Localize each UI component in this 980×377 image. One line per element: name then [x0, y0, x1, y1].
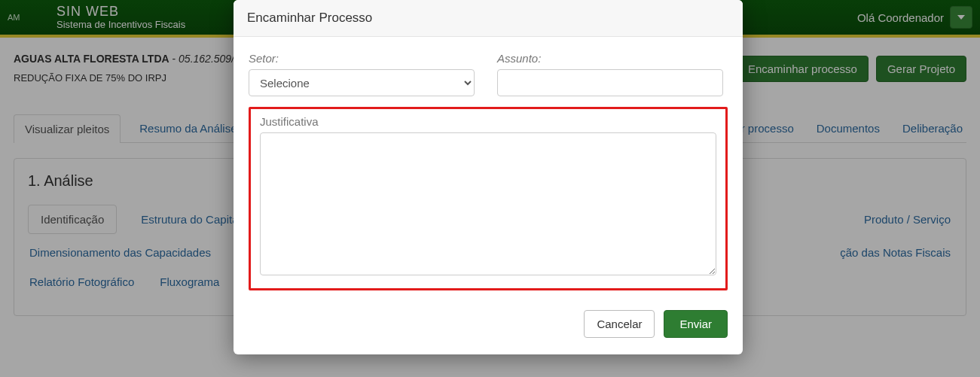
- assunto-label: Assunto:: [497, 52, 723, 65]
- justificativa-highlight: Justificativa: [249, 107, 728, 290]
- justificativa-label: Justificativa: [260, 115, 716, 128]
- encaminhar-processo-modal: Encaminhar Processo Setor: Selecione Ass…: [234, 0, 743, 354]
- justificativa-textarea[interactable]: [260, 132, 716, 275]
- assunto-input[interactable]: [497, 69, 723, 96]
- setor-label: Setor:: [249, 52, 475, 65]
- send-button[interactable]: Enviar: [664, 310, 728, 338]
- setor-select[interactable]: Selecione: [249, 69, 475, 96]
- cancel-button[interactable]: Cancelar: [584, 310, 655, 338]
- modal-title: Encaminhar Processo: [234, 0, 743, 37]
